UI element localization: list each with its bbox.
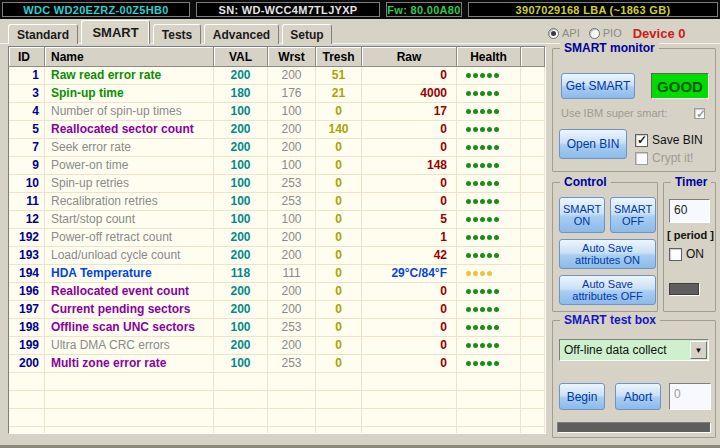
test-select-dropdown[interactable]: Off-line data collect ▼: [559, 339, 709, 361]
smart-test-box-title: SMART test box: [560, 313, 660, 327]
health-dot: [473, 253, 478, 258]
attr-raw: 0: [362, 67, 457, 85]
save-bin-checkbox[interactable]: [635, 134, 648, 147]
timer-period-input[interactable]: 60: [669, 199, 710, 223]
health-dot: [473, 361, 478, 366]
health-dot: [466, 235, 471, 240]
timer-group: Timer 60 [ period ] ON: [663, 182, 716, 312]
health-dot: [480, 361, 485, 366]
attr-wrst: 200: [268, 283, 316, 301]
attr-extra: [521, 319, 545, 337]
smart-attribute-table: ID Name VAL Wrst Tresh Raw Health 1Raw r…: [8, 46, 546, 434]
table-row[interactable]: 12Start/stop count10010005: [9, 211, 545, 229]
control-title: Control: [560, 175, 611, 189]
smart-on-button[interactable]: SMART ON: [559, 197, 605, 233]
attr-name: Power-on time: [45, 157, 214, 175]
attr-name: Raw read error rate: [45, 67, 214, 85]
table-row[interactable]: 10Spin-up retries10025300: [9, 175, 545, 193]
smart-off-button[interactable]: SMART OFF: [610, 197, 656, 233]
test-counter-field[interactable]: 0: [669, 383, 711, 410]
attr-val: 100: [214, 175, 268, 193]
attr-id: 197: [9, 301, 45, 319]
attr-health: [457, 85, 521, 103]
attr-wrst: 200: [268, 67, 316, 85]
drive-capacity: 3907029168 LBA (~1863 GB): [468, 2, 718, 17]
health-dot: [480, 199, 485, 204]
table-row[interactable]: 193Load/unload cycle count200200042: [9, 247, 545, 265]
tab-tests[interactable]: Tests: [153, 24, 201, 44]
tab-setup[interactable]: Setup: [282, 24, 332, 44]
empty-cell: [362, 391, 457, 409]
tab-advanced[interactable]: Advanced: [204, 24, 279, 44]
attr-health: [457, 265, 521, 283]
table-row[interactable]: 199Ultra DMA CRC errors20020000: [9, 337, 545, 355]
attr-id: 9: [9, 157, 45, 175]
begin-button[interactable]: Begin: [559, 383, 605, 410]
save-bin-row[interactable]: Save BIN: [635, 133, 703, 147]
timer-on-checkbox[interactable]: [669, 248, 682, 261]
abort-button[interactable]: Abort: [615, 383, 661, 410]
attr-extra: [521, 175, 545, 193]
timer-on-row[interactable]: ON: [669, 247, 704, 261]
attr-val: 180: [214, 85, 268, 103]
attr-health: [457, 175, 521, 193]
get-smart-button[interactable]: Get SMART: [561, 73, 635, 99]
table-row[interactable]: 198Offline scan UNC sectors10025300: [9, 319, 545, 337]
autosave-on-button[interactable]: Auto Save attributes ON: [559, 239, 656, 269]
health-dot: [480, 73, 485, 78]
tab-standard[interactable]: Standard: [8, 24, 78, 44]
attr-val: 200: [214, 247, 268, 265]
table-row[interactable]: 4Number of spin-up times100100017: [9, 103, 545, 121]
empty-cell: [45, 409, 214, 427]
empty-cell: [45, 427, 214, 434]
table-row[interactable]: 3Spin-up time180176214000: [9, 85, 545, 103]
empty-cell: [9, 373, 45, 391]
api-radio-label: API: [562, 27, 580, 39]
health-dot: [494, 253, 499, 258]
table-row[interactable]: 11Recalibration retries10025300: [9, 193, 545, 211]
attr-health: [457, 157, 521, 175]
attr-raw: 0: [362, 319, 457, 337]
health-dot: [487, 91, 492, 96]
attr-name: HDA Temperature: [45, 265, 214, 283]
table-row[interactable]: 7Seek error rate20020000: [9, 139, 545, 157]
table-row[interactable]: 1Raw read error rate200200510: [9, 67, 545, 85]
health-dot: [473, 289, 478, 294]
open-bin-button[interactable]: Open BIN: [559, 129, 627, 159]
table-row[interactable]: 200Multi zone error rate10025300: [9, 355, 545, 373]
health-dot: [473, 343, 478, 348]
api-radio[interactable]: [548, 28, 559, 39]
health-dot: [466, 181, 471, 186]
health-dot: [494, 109, 499, 114]
chevron-down-icon[interactable]: ▼: [690, 341, 707, 359]
attr-wrst: 253: [268, 319, 316, 337]
attr-extra: [521, 85, 545, 103]
table-row[interactable]: 9Power-on time1001000148: [9, 157, 545, 175]
pio-radio[interactable]: [589, 28, 600, 39]
health-dot: [473, 217, 478, 222]
health-dot: [473, 145, 478, 150]
attr-val: 200: [214, 301, 268, 319]
table-row[interactable]: 194HDA Temperature118111029°C/84°F: [9, 265, 545, 283]
attr-tresh: 0: [316, 175, 362, 193]
table-row[interactable]: 197Current pending sectors20020000: [9, 301, 545, 319]
device-info-bar: WDC WD20EZRZ-00Z5HB0 SN: WD-WCC4M7TLJYXP…: [0, 0, 720, 19]
empty-cell: [362, 409, 457, 427]
attr-extra: [521, 355, 545, 373]
table-row[interactable]: 5Reallocated sector count2002001400: [9, 121, 545, 139]
attr-tresh: 0: [316, 193, 362, 211]
health-dot: [473, 91, 478, 96]
health-dot: [487, 181, 492, 186]
timer-period-label: [ period ]: [664, 229, 717, 241]
tab-smart[interactable]: SMART: [81, 20, 150, 44]
table-row[interactable]: 196Reallocated event count20020000: [9, 283, 545, 301]
health-dot: [480, 325, 485, 330]
autosave-off-button[interactable]: Auto Save attributes OFF: [559, 275, 656, 305]
table-row[interactable]: 192Power-off retract count20020001: [9, 229, 545, 247]
attr-tresh: 0: [316, 139, 362, 157]
crypt-label: Crypt it!: [652, 151, 693, 165]
attr-val: 100: [214, 193, 268, 211]
attr-name: Spin-up retries: [45, 175, 214, 193]
empty-cell: [214, 391, 268, 409]
attr-raw: 0: [362, 193, 457, 211]
